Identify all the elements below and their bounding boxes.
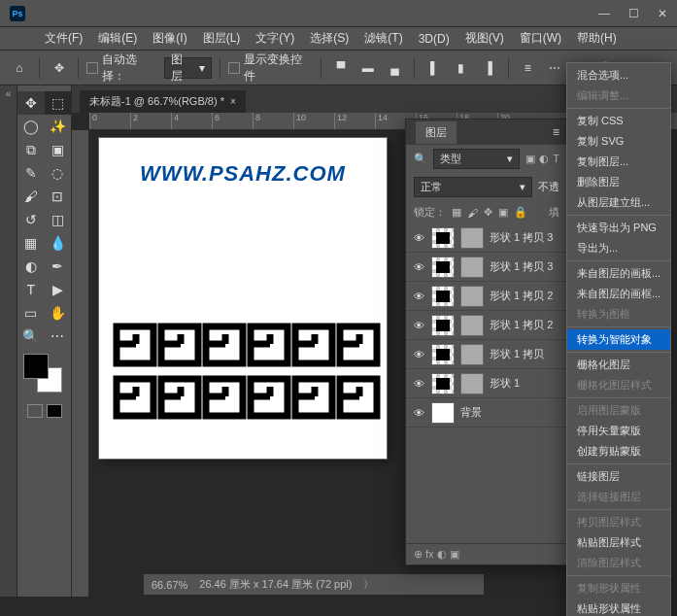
filter-pixel-icon[interactable]: ▣	[525, 153, 535, 165]
context-menu-item[interactable]: 停用矢量蒙版	[567, 421, 670, 441]
layer-row[interactable]: 👁 形状 1 拷贝	[406, 340, 567, 369]
magic-wand-tool[interactable]: ✨	[45, 115, 72, 138]
pen-tool[interactable]: ✒	[45, 255, 72, 278]
maximize-button[interactable]: ☐	[619, 0, 648, 27]
menu-filter[interactable]: 滤镜(T)	[356, 27, 410, 51]
visibility-icon[interactable]: 👁	[412, 320, 425, 331]
more-icon[interactable]: ⋯	[543, 56, 566, 80]
layer-row[interactable]: 👁 形状 1	[406, 369, 567, 398]
minimize-button[interactable]: —	[590, 0, 619, 27]
context-menu-item[interactable]: 来自图层的画框...	[567, 284, 670, 304]
move-tool-icon[interactable]: ✥	[48, 56, 71, 80]
context-menu-item[interactable]: 混合选项...	[567, 65, 670, 86]
home-icon[interactable]: ⌂	[8, 56, 31, 80]
menu-3d[interactable]: 3D(D)	[411, 27, 457, 51]
layer-thumbnail[interactable]	[431, 402, 455, 424]
lock-position-icon[interactable]: ✥	[484, 206, 492, 219]
layer-mask-thumbnail[interactable]	[460, 257, 484, 278]
layer-mask-thumbnail[interactable]	[460, 344, 484, 365]
blur-tool[interactable]: 💧	[45, 231, 72, 255]
document-tab[interactable]: 未标题-1 @ 66.7%(RGB/8) * ×	[80, 90, 246, 113]
context-menu-item[interactable]: 快速导出为 PNG	[567, 218, 670, 238]
stamp-tool[interactable]: ⊡	[45, 185, 72, 208]
visibility-icon[interactable]: 👁	[412, 261, 425, 273]
show-transform-checkbox[interactable]	[228, 62, 240, 74]
layer-mask-thumbnail[interactable]	[460, 315, 484, 336]
lock-all-icon[interactable]: 🔒	[514, 206, 527, 219]
layer-mask-thumbnail[interactable]	[460, 227, 484, 249]
context-menu-item[interactable]: 栅格化图层	[567, 355, 670, 375]
visibility-icon[interactable]: 👁	[412, 378, 425, 390]
menu-view[interactable]: 视图(V)	[457, 27, 512, 51]
filter-type-icon[interactable]: T	[553, 153, 559, 165]
align-vcenter-icon[interactable]: ▬	[356, 56, 380, 80]
menu-edit[interactable]: 编辑(E)	[90, 27, 145, 51]
context-menu-item[interactable]: 复制 SVG	[567, 131, 670, 152]
layer-thumbnail[interactable]	[431, 286, 455, 307]
layer-thumbnail[interactable]	[431, 315, 455, 336]
lock-transparent-icon[interactable]: ▦	[452, 206, 461, 219]
layer-row[interactable]: 👁 形状 1 拷贝 3	[406, 223, 567, 253]
panel-menu-icon[interactable]: ≡	[545, 125, 567, 139]
visibility-icon[interactable]: 👁	[412, 291, 425, 302]
context-menu-item[interactable]: 导出为...	[567, 238, 670, 258]
quick-mask-mode[interactable]	[47, 404, 62, 418]
layer-thumbnail[interactable]	[431, 344, 455, 365]
fg-color[interactable]	[23, 354, 49, 379]
history-brush-tool[interactable]: ↺	[17, 208, 45, 231]
menu-layer[interactable]: 图层(L)	[195, 27, 249, 51]
align-bottom-icon[interactable]: ▄	[384, 56, 407, 80]
menu-window[interactable]: 窗口(W)	[512, 27, 569, 51]
menu-type[interactable]: 文字(Y)	[248, 27, 302, 51]
shape-tool[interactable]: ▭	[17, 301, 45, 325]
layer-row[interactable]: 👁 形状 1 拷贝 2	[406, 282, 567, 311]
layer-row[interactable]: 👁 背景	[406, 398, 567, 428]
context-menu-item[interactable]: 复制 CSS	[567, 111, 670, 131]
lock-artboard-icon[interactable]: ▣	[498, 206, 508, 219]
visibility-icon[interactable]: 👁	[412, 232, 425, 244]
layer-row[interactable]: 👁 形状 1 拷贝 2	[406, 311, 567, 340]
frame-tool[interactable]: ▣	[45, 138, 72, 161]
visibility-icon[interactable]: 👁	[412, 407, 425, 419]
tool-strip-collapse[interactable]: «	[0, 86, 17, 612]
layers-panel[interactable]: 图层 ≡ 🔍 类型▾ ▣◐T 正常▾ 不透 锁定： ▦ 🖌 ✥ ▣ 🔒 填 👁 …	[405, 119, 568, 565]
brush-tool[interactable]: 🖌	[17, 185, 45, 208]
context-menu-item[interactable]: 转换为智能对象	[567, 329, 670, 350]
color-swatches[interactable]	[17, 348, 71, 398]
hand-tool[interactable]: ✋	[45, 301, 72, 325]
canvas[interactable]: WWW.PSAHZ.COM	[99, 138, 387, 459]
edit-toolbar[interactable]: ⋯	[45, 325, 72, 348]
gradient-tool[interactable]: ▦	[17, 231, 45, 255]
context-menu-item[interactable]: 粘贴形状属性	[567, 599, 670, 616]
eraser-tool[interactable]: ◫	[45, 208, 72, 231]
search-icon[interactable]: 🔍	[414, 153, 427, 165]
lasso-tool[interactable]: ◯	[17, 115, 45, 138]
zoom-tool[interactable]: 🔍	[17, 325, 45, 348]
lock-paint-icon[interactable]: 🖌	[467, 207, 478, 219]
context-menu-item[interactable]: 创建剪贴蒙版	[567, 441, 670, 462]
layer-thumbnail[interactable]	[431, 373, 455, 394]
layer-mask-thumbnail[interactable]	[460, 373, 484, 394]
context-menu-item[interactable]: 从图层建立组...	[567, 192, 670, 213]
type-tool[interactable]: T	[17, 278, 45, 301]
path-select-tool[interactable]: ▶	[45, 278, 72, 301]
layer-filter-type[interactable]: 类型▾	[433, 149, 520, 169]
context-menu-item[interactable]: 删除图层	[567, 172, 670, 192]
zoom-level[interactable]: 66.67%	[152, 579, 187, 591]
blend-mode-select[interactable]: 正常▾	[414, 177, 532, 197]
menu-file[interactable]: 文件(F)	[37, 27, 90, 51]
align-right-icon[interactable]: ▐	[477, 56, 500, 80]
eyedropper-tool[interactable]: ✎	[17, 161, 45, 185]
distribute-icon[interactable]: ≡	[517, 56, 540, 80]
crop-tool[interactable]: ⧉	[17, 138, 45, 161]
filter-adjust-icon[interactable]: ◐	[539, 153, 549, 165]
close-button[interactable]: ✕	[648, 0, 677, 27]
context-menu-item[interactable]: 复制图层...	[567, 152, 670, 172]
visibility-icon[interactable]: 👁	[412, 349, 425, 360]
layers-tab[interactable]: 图层	[416, 121, 457, 144]
layer-thumbnail[interactable]	[431, 227, 455, 249]
align-hcenter-icon[interactable]: ▮	[450, 56, 473, 80]
close-icon[interactable]: ×	[230, 96, 236, 107]
context-menu-item[interactable]: 粘贴图层样式	[567, 532, 670, 553]
auto-select-target[interactable]: 图层▾	[164, 57, 213, 79]
